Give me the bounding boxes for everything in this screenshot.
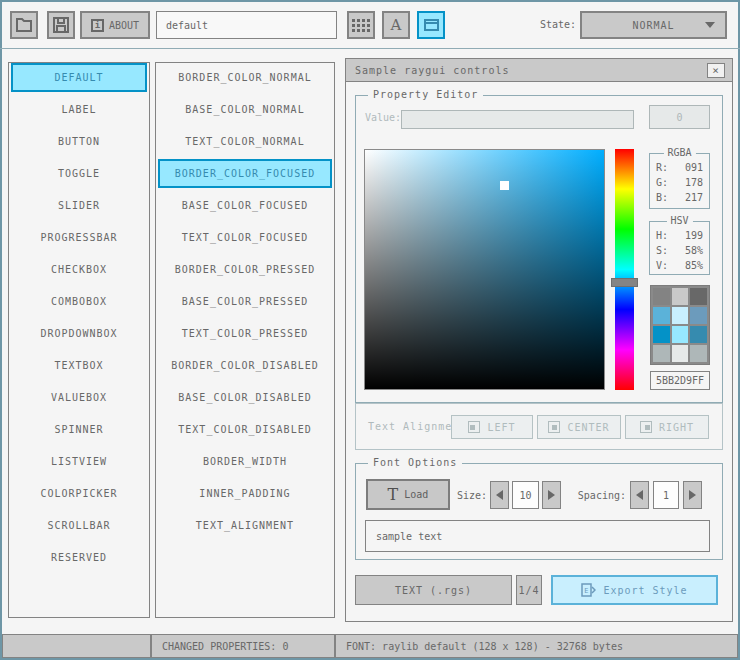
export-style-button[interactable]: E Export Style	[551, 575, 718, 605]
control-item-slider[interactable]: SLIDER	[11, 191, 147, 220]
palette-swatch[interactable]	[653, 307, 670, 324]
align-center-button[interactable]: CENTER	[537, 415, 621, 439]
hue-label: H:	[656, 228, 668, 243]
control-item-colorpicker[interactable]: COLORPICKER	[11, 479, 147, 508]
property-item-inner-padding[interactable]: INNER_PADDING	[158, 479, 332, 508]
font-settings-button[interactable]: A	[382, 11, 410, 39]
arrow-left-icon	[636, 490, 643, 500]
window-icon	[424, 19, 439, 31]
property-item-base-color-disabled[interactable]: BASE_COLOR_DISABLED	[158, 383, 332, 412]
palette-swatch[interactable]	[690, 345, 707, 362]
spacing-decrement-button[interactable]	[630, 481, 649, 509]
palette-swatch[interactable]	[672, 326, 689, 343]
close-button[interactable]: ×	[707, 63, 725, 78]
font-size-label: Size:	[445, 490, 487, 501]
control-item-default[interactable]: DEFAULT	[11, 63, 147, 92]
style-name-value: default	[166, 20, 208, 31]
property-item-border-color-disabled[interactable]: BORDER_COLOR_DISABLED	[158, 351, 332, 380]
property-item-text-color-disabled[interactable]: TEXT_COLOR_DISABLED	[158, 415, 332, 444]
property-item-text-color-pressed[interactable]: TEXT_COLOR_PRESSED	[158, 319, 332, 348]
property-item-base-color-pressed[interactable]: BASE_COLOR_PRESSED	[158, 287, 332, 316]
font-load-button[interactable]: T Load	[366, 479, 450, 510]
hex-color-input[interactable]: 5BB2D9FF	[650, 371, 710, 390]
svg-text:E: E	[585, 587, 590, 595]
saturation-value: 58%	[685, 243, 703, 258]
sample-text-input[interactable]: sample text	[365, 520, 710, 552]
value-box-text: 0	[676, 112, 682, 123]
state-dropdown[interactable]: NORMAL	[580, 11, 727, 39]
palette-swatch[interactable]	[690, 288, 707, 305]
green-label: G:	[656, 175, 668, 190]
align-left-label: LEFT	[487, 422, 515, 433]
statusbar-changed-properties: CHANGED PROPERTIES: 0	[151, 634, 335, 658]
property-item-border-color-pressed[interactable]: BORDER_COLOR_PRESSED	[158, 255, 332, 284]
control-item-checkbox[interactable]: CHECKBOX	[11, 255, 147, 284]
rgba-green-row: G: 178	[650, 175, 709, 190]
property-item-text-color-normal[interactable]: TEXT_COLOR_NORMAL	[158, 127, 332, 156]
hue-slider-handle[interactable]	[611, 278, 638, 287]
palette-swatch[interactable]	[653, 326, 670, 343]
value-box[interactable]: 0	[649, 105, 710, 129]
color-picker-cursor[interactable]	[500, 181, 509, 190]
control-item-textbox[interactable]: TEXTBOX	[11, 351, 147, 380]
size-increment-button[interactable]	[542, 481, 561, 509]
control-item-button[interactable]: BUTTON	[11, 127, 147, 156]
save-file-button[interactable]	[47, 11, 75, 39]
arrow-right-icon	[548, 490, 555, 500]
font-spacing-label: Spacing:	[570, 490, 626, 501]
property-item-base-color-focused[interactable]: BASE_COLOR_FOCUSED	[158, 191, 332, 220]
format-page-button[interactable]: 1/4	[516, 575, 542, 605]
palette-swatch[interactable]	[653, 288, 670, 305]
palette-swatch[interactable]	[672, 307, 689, 324]
control-item-dropdownbox[interactable]: DROPDOWNBOX	[11, 319, 147, 348]
control-item-listview[interactable]: LISTVIEW	[11, 447, 147, 476]
value-slider[interactable]	[401, 110, 634, 129]
control-preview-button[interactable]	[417, 11, 445, 39]
hsv-hue-row: H: 199	[650, 228, 709, 243]
hue-bar[interactable]	[615, 149, 634, 390]
spacing-increment-button[interactable]	[683, 481, 702, 509]
font-letter-icon: A	[391, 18, 402, 33]
control-item-scrollbar[interactable]: SCROLLBAR	[11, 511, 147, 540]
palette-swatch[interactable]	[672, 345, 689, 362]
palette-swatch[interactable]	[672, 288, 689, 305]
align-left-button[interactable]: LEFT	[451, 415, 533, 439]
control-item-label[interactable]: LABEL	[11, 95, 147, 124]
close-icon: ×	[712, 64, 720, 77]
control-item-spinner[interactable]: SPINNER	[11, 415, 147, 444]
statusbar-left	[2, 634, 151, 658]
sample-text-value: sample text	[376, 531, 442, 542]
open-file-button[interactable]	[10, 11, 38, 39]
align-right-button[interactable]: RIGHT	[625, 415, 709, 439]
control-item-progressbar[interactable]: PROGRESSBAR	[11, 223, 147, 252]
value-pct-value: 85%	[685, 258, 703, 273]
palette-swatch[interactable]	[653, 345, 670, 362]
property-item-border-color-focused[interactable]: BORDER_COLOR_FOCUSED	[158, 159, 332, 188]
export-format-button[interactable]: TEXT (.rgs)	[355, 575, 512, 605]
size-value-box[interactable]: 10	[512, 481, 539, 509]
control-item-reserved[interactable]: RESERVED	[11, 543, 147, 572]
palette-swatch[interactable]	[690, 307, 707, 324]
changed-properties-text: CHANGED PROPERTIES: 0	[162, 641, 288, 652]
control-item-combobox[interactable]: COMBOBOX	[11, 287, 147, 316]
property-item-border-color-normal[interactable]: BORDER_COLOR_NORMAL	[158, 63, 332, 92]
property-item-text-alignment[interactable]: TEXT_ALIGNMENT	[158, 511, 332, 540]
saturation-label: S:	[656, 243, 668, 258]
about-button[interactable]: i ABOUT	[80, 11, 150, 39]
control-item-valuebox[interactable]: VALUEBOX	[11, 383, 147, 412]
color-saturation-value-picker[interactable]	[364, 149, 605, 390]
size-decrement-button[interactable]	[490, 481, 509, 509]
format-page-label: 1/4	[518, 585, 539, 596]
style-palette-button[interactable]	[347, 11, 375, 39]
style-name-input[interactable]: default	[156, 11, 337, 39]
spacing-value-box[interactable]: 1	[653, 481, 679, 509]
property-item-text-color-focused[interactable]: TEXT_COLOR_FOCUSED	[158, 223, 332, 252]
style-color-palette	[650, 285, 710, 365]
palette-swatch[interactable]	[690, 326, 707, 343]
arrow-right-icon	[689, 490, 696, 500]
value-label: Value:	[365, 112, 401, 123]
control-item-toggle[interactable]: TOGGLE	[11, 159, 147, 188]
property-item-border-width[interactable]: BORDER_WIDTH	[158, 447, 332, 476]
about-button-label: ABOUT	[109, 20, 139, 31]
property-item-base-color-normal[interactable]: BASE_COLOR_NORMAL	[158, 95, 332, 124]
